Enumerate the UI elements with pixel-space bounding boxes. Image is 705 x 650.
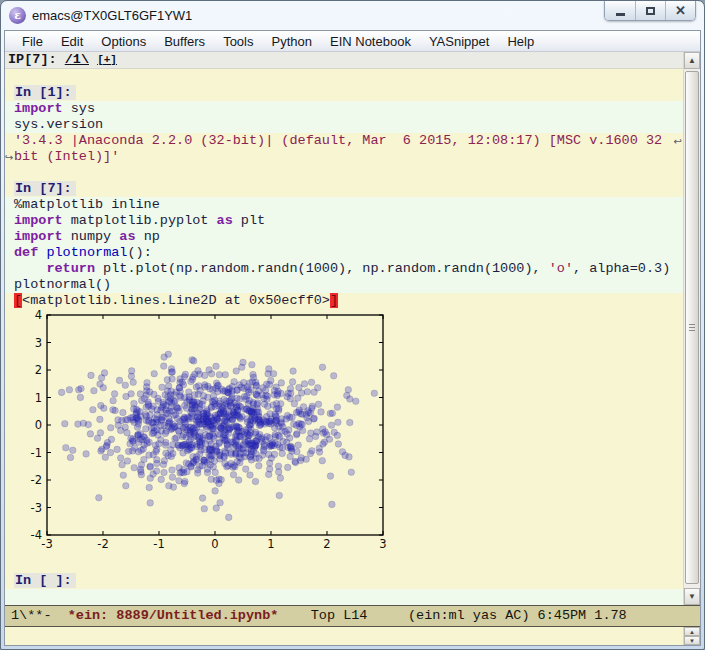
echo-area[interactable] [5, 627, 683, 645]
minibuffer-scroll-up-button[interactable]: ▲ [684, 627, 700, 636]
tick-label: -3 [41, 537, 52, 551]
cell-output-image: -3-2-10123-4-3-2-101234 [5, 309, 683, 557]
modeline-position: Top L14 [278, 608, 408, 623]
tick-label: -1 [153, 537, 164, 551]
tick-label: 3 [35, 336, 42, 350]
emacs-frame: FileEditOptionsBuffersToolsPythonEIN Not… [4, 30, 701, 646]
scroll-up-button[interactable]: ▲ [684, 52, 700, 69]
maximize-button[interactable] [635, 1, 665, 20]
emacs-window: ε emacs@TX0GLT6GF1YW1 ✕ FileEditOptionsB… [0, 0, 705, 650]
code-input-line[interactable]: import numpy as np [5, 229, 683, 245]
notebook-column: IP[7]: /1\ [+] In [1]:import syssys.vers… [5, 52, 683, 605]
menu-item-options[interactable]: Options [92, 32, 155, 51]
scrollbar-thumb[interactable] [685, 71, 699, 584]
scrollbar-grip-icon [689, 324, 695, 332]
output-line: bit (Intel)]'↪ [5, 149, 683, 165]
menu-bar: FileEditOptionsBuffersToolsPythonEIN Not… [5, 31, 700, 52]
tick-label: -1 [31, 446, 42, 460]
tick-label: 3 [379, 537, 386, 551]
tick-label: 0 [35, 418, 42, 432]
close-icon: ✕ [675, 4, 686, 17]
scroll-down-button[interactable]: ▼ [684, 588, 700, 605]
blank-line [5, 69, 683, 85]
vertical-scrollbar[interactable]: ▲ ▼ [683, 52, 700, 605]
code-input-line[interactable]: %matplotlib inline [5, 197, 683, 213]
code-input-line[interactable]: import matplotlib.pyplot as plt [5, 213, 683, 229]
minimize-icon [616, 13, 625, 16]
menu-item-help[interactable]: Help [498, 32, 543, 51]
main-row: IP[7]: /1\ [+] In [1]:import syssys.vers… [5, 52, 700, 605]
tick-label: -4 [31, 528, 42, 542]
code-input-line[interactable] [5, 589, 683, 605]
line-continuation-icon: ↪ [5, 150, 13, 165]
tick-label: -3 [31, 501, 42, 515]
menu-item-edit[interactable]: Edit [52, 32, 92, 51]
code-input-line[interactable]: plotnormal() [5, 277, 683, 293]
maximize-icon [646, 7, 655, 15]
cell-prompt: In [7]: [5, 181, 683, 197]
menu-item-ein-notebook[interactable]: EIN Notebook [321, 32, 420, 51]
kernel-status: IP[7]: [8, 52, 65, 67]
prompt-label: In [1]: [14, 85, 76, 100]
prompt-label: In [ ]: [14, 573, 76, 588]
emacs-app-icon[interactable]: ε [9, 7, 26, 24]
code-input-line[interactable]: return plt.plot(np.random.randn(1000), n… [5, 261, 683, 277]
output-line: [<matplotlib.lines.Line2D at 0x50ecff0>] [5, 293, 683, 309]
menu-item-python[interactable]: Python [262, 32, 320, 51]
minibuffer-scroll-down-button[interactable]: ▼ [684, 636, 700, 645]
blank-line [5, 557, 683, 573]
tick-label: -2 [97, 537, 108, 551]
tick-label: -2 [31, 473, 42, 487]
menu-item-file[interactable]: File [13, 32, 52, 51]
notebook-buffer[interactable]: In [1]:import syssys.version'3.4.3 |Anac… [5, 69, 683, 605]
blank-line [5, 165, 683, 181]
prompt-label: In [7]: [14, 181, 76, 196]
worksheet-link[interactable]: /1\ [65, 52, 89, 67]
code-input-line[interactable]: def plotnormal(): [5, 245, 683, 261]
output-line: '3.4.3 |Anaconda 2.2.0 (32-bit)| (defaul… [5, 133, 683, 149]
window-controls: ✕ [604, 1, 696, 21]
tick-label: 1 [267, 537, 274, 551]
code-input-line[interactable]: import sys [5, 101, 683, 117]
menu-item-tools[interactable]: Tools [214, 32, 262, 51]
title-bar[interactable]: ε emacs@TX0GLT6GF1YW1 ✕ [1, 1, 704, 30]
cell-prompt: In [ ]: [5, 573, 683, 589]
mode-line: 1\**- *ein: 8889/Untitled.ipynb* Top L14… [5, 605, 700, 627]
ein-header-line: IP[7]: /1\ [+] [5, 52, 683, 69]
menu-item-buffers[interactable]: Buffers [155, 32, 214, 51]
minimize-button[interactable] [605, 1, 635, 20]
tick-label: 0 [211, 537, 218, 551]
add-worksheet-link[interactable]: [+] [97, 54, 117, 66]
window-title: emacs@TX0GLT6GF1YW1 [32, 8, 192, 23]
modeline-flags: 1\**- [11, 608, 68, 623]
line-wrap-icon: ↩ [674, 134, 682, 149]
tick-label: 4 [35, 309, 42, 322]
tick-label: 2 [323, 537, 330, 551]
menu-item-yasnippet[interactable]: YASnippet [420, 32, 498, 51]
modeline-minor-modes: (ein:ml yas AC) 6:45PM 1.78 [408, 608, 627, 623]
code-input-line[interactable]: sys.version [5, 117, 683, 133]
modeline-buffer-name[interactable]: *ein: 8889/Untitled.ipynb* [68, 608, 279, 623]
minibuffer-scrollbar[interactable]: ▲ ▼ [683, 627, 700, 645]
close-button[interactable]: ✕ [665, 1, 695, 20]
cell-prompt: In [1]: [5, 85, 683, 101]
echo-row: ▲ ▼ [5, 627, 700, 645]
tick-label: 1 [35, 391, 42, 405]
matplotlib-inline-figure: -3-2-10123-4-3-2-101234 [14, 309, 394, 555]
tick-label: 2 [35, 363, 42, 377]
